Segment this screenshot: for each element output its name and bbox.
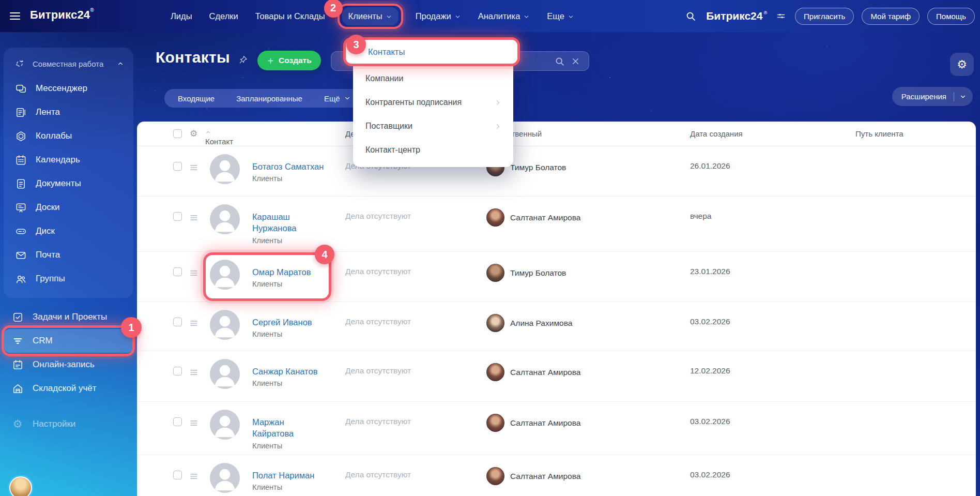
page-settings-button[interactable]: ⚙ xyxy=(950,53,974,76)
sidebar-item-crm[interactable]: CRM 1 xyxy=(4,329,133,353)
brand-text: Битрикс24 xyxy=(706,10,762,22)
sidebar-item-messenger[interactable]: Мессенджер xyxy=(7,77,130,100)
app-logo-text: Битрикс24 xyxy=(30,8,90,21)
menu-item-suppliers[interactable]: Поставщики xyxy=(353,114,513,138)
drag-handle-icon[interactable] xyxy=(189,162,199,173)
drag-handle-icon[interactable] xyxy=(189,367,199,378)
column-header-created[interactable]: Дата создания xyxy=(690,129,743,138)
create-button[interactable]: Создать xyxy=(257,51,321,70)
chevron-down-icon xyxy=(523,13,530,20)
help-button[interactable]: Помощь xyxy=(927,8,975,25)
drag-handle-icon[interactable] xyxy=(189,418,199,428)
menu-item-label: Контрагенты подписания xyxy=(365,98,462,107)
responsible-cell[interactable]: Алина Рахимова xyxy=(486,314,572,332)
brand-logo: Битрикс24® xyxy=(706,10,767,22)
sidebar-item-tasks[interactable]: Задачи и Проекты xyxy=(4,305,133,329)
created-date: 03.02.2026 xyxy=(690,317,730,326)
sidebar-item-groups[interactable]: Группы xyxy=(7,267,130,291)
row-checkbox[interactable] xyxy=(173,471,182,479)
contact-name-link[interactable]: Омар Маратов xyxy=(252,266,311,278)
contact-type: Клиенты xyxy=(252,330,312,338)
drag-handle-icon[interactable] xyxy=(189,318,199,328)
clear-search-icon[interactable] xyxy=(571,56,580,66)
row-checkbox[interactable] xyxy=(173,417,182,426)
menu-item-contacts[interactable]: Контакты xyxy=(353,43,513,67)
column-header-path[interactable]: Путь клиента xyxy=(855,129,904,138)
columns-settings-icon[interactable]: ⚙ xyxy=(190,128,197,139)
row-checkbox[interactable] xyxy=(173,318,182,326)
tab-planned[interactable]: Запланированные xyxy=(236,94,302,103)
nav-leads[interactable]: Лиды xyxy=(171,11,192,21)
created-date: 03.02.2026 xyxy=(690,470,730,479)
drag-handle-icon[interactable] xyxy=(189,471,199,482)
my-tariff-button[interactable]: Мой тариф xyxy=(862,8,920,25)
table-row[interactable]: Маржан КайратоваКлиенты Дела отсутствуют… xyxy=(137,402,976,455)
menu-toggle-button[interactable] xyxy=(8,10,23,22)
responsible-cell[interactable]: Салтанат Амирова xyxy=(486,467,580,485)
pin-icon[interactable] xyxy=(238,55,248,65)
extensions-button[interactable]: Расширения xyxy=(892,87,973,106)
nav-products[interactable]: Товары и Склады xyxy=(255,11,325,21)
table-row[interactable]: Омар МаратовКлиенты Дела отсутствуют Тим… xyxy=(137,252,976,302)
menu-item-signing-counterparties[interactable]: Контрагенты подписания xyxy=(353,91,513,114)
responsible-cell[interactable]: Салтанат Амирова xyxy=(486,414,580,432)
activity-status: Дела отсутствуют xyxy=(345,212,411,221)
table-row[interactable]: Полат НариманКлиенты Дела отсутствуют Са… xyxy=(137,455,976,496)
responsible-cell[interactable]: Салтанат Амирова xyxy=(486,363,580,381)
contact-name-link[interactable]: Карашаш Нуржанова xyxy=(252,211,317,234)
contact-name-link[interactable]: Санжар Канатов xyxy=(252,366,317,377)
drag-handle-icon[interactable] xyxy=(189,268,199,278)
sidebar-group-header[interactable]: Совместная работа xyxy=(7,53,130,77)
sidebar-item-feed[interactable]: Лента xyxy=(7,100,130,124)
responsible-cell[interactable]: Тимур Болатов xyxy=(486,264,566,282)
sidebar-item-online-booking[interactable]: Онлайн-запись xyxy=(4,353,133,377)
contact-name-cell: Сергей ИвановКлиенты xyxy=(252,317,312,338)
drag-handle-icon[interactable] xyxy=(189,213,199,223)
calendar-icon xyxy=(14,154,27,166)
sliders-icon[interactable] xyxy=(776,11,786,21)
responsible-cell[interactable]: Салтанат Амирова xyxy=(486,208,580,227)
contact-avatar xyxy=(210,310,240,340)
contact-name-link[interactable]: Сергей Иванов xyxy=(252,317,312,328)
table-row[interactable]: Санжар КанатовКлиенты Дела отсутствуют С… xyxy=(137,351,976,402)
row-checkbox[interactable] xyxy=(173,367,182,375)
invite-button[interactable]: Пригласить xyxy=(795,8,854,25)
nav-label: Лиды xyxy=(171,11,192,21)
sidebar-item-label: Документы xyxy=(36,178,81,189)
global-search-button[interactable] xyxy=(685,10,696,22)
sidebar-item-mail[interactable]: Почта xyxy=(7,243,130,267)
sidebar-item-documents[interactable]: Документы xyxy=(7,172,130,196)
sidebar-item-collabs[interactable]: Коллабы xyxy=(7,124,130,148)
app-logo[interactable]: Битрикс24® xyxy=(30,8,94,22)
sidebar-item-drive[interactable]: Диск xyxy=(7,219,130,243)
contact-name-link[interactable]: Ботагоз Саматхан xyxy=(252,161,324,172)
select-all-checkbox[interactable] xyxy=(173,129,182,138)
sidebar-item-settings[interactable]: ⚙Настройки xyxy=(4,412,133,436)
sidebar-item-label: Настройки xyxy=(33,419,75,429)
sidebar-item-boards[interactable]: Доски xyxy=(7,196,130,219)
column-header-contact[interactable]: Контакт xyxy=(205,129,211,135)
contact-name-link[interactable]: Маржан Кайратова xyxy=(252,416,317,440)
row-checkbox[interactable] xyxy=(173,212,182,221)
menu-item-companies[interactable]: Компании xyxy=(353,67,513,91)
sidebar-item-calendar[interactable]: Календарь xyxy=(7,148,130,172)
menu-item-contact-center[interactable]: Контакт-центр xyxy=(353,138,513,162)
nav-sales[interactable]: Продажи xyxy=(416,11,461,21)
user-avatar[interactable] xyxy=(9,476,32,496)
search-icon[interactable] xyxy=(554,56,565,67)
nav-more[interactable]: Еще xyxy=(547,11,574,21)
contact-name-link[interactable]: Полат Нариман xyxy=(252,470,314,481)
row-checkbox[interactable] xyxy=(173,162,182,171)
nav-analytics[interactable]: Аналитика xyxy=(478,11,530,21)
sidebar-item-warehouse[interactable]: Складской учёт xyxy=(4,377,133,400)
tab-more[interactable]: Ещё xyxy=(324,94,351,103)
nav-deals[interactable]: Сделки xyxy=(209,11,238,21)
table-row[interactable]: Сергей ИвановКлиенты Дела отсутствуют Ал… xyxy=(137,302,976,351)
tab-incoming[interactable]: Входящие xyxy=(178,94,215,103)
nav-clients[interactable]: Клиенты 2 xyxy=(342,7,399,25)
row-checkbox[interactable] xyxy=(173,267,182,276)
chevron-right-icon xyxy=(494,99,502,107)
menu-item-label: Контакт-центр xyxy=(365,145,420,155)
table-row[interactable]: Карашаш НуржановаКлиенты Дела отсутствую… xyxy=(137,197,976,252)
table-row[interactable]: Ботагоз СаматханКлиенты Дела отсутствуют… xyxy=(137,146,976,197)
